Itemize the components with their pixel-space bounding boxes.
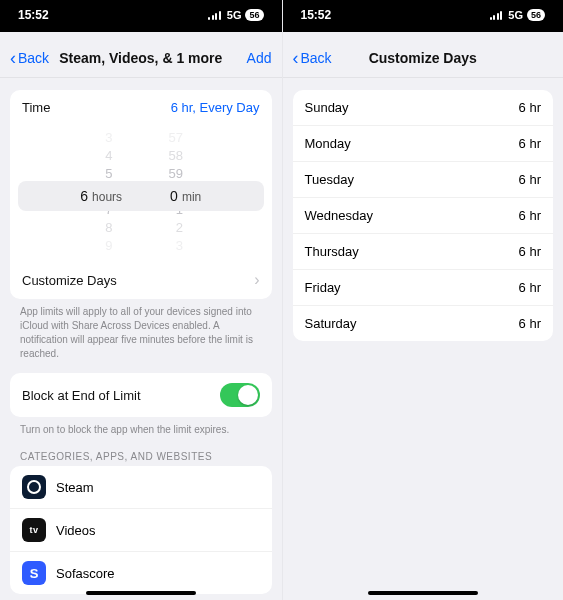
apps-card: SteamVideosSofascore <box>10 466 272 594</box>
screen-customize-days: 15:52 5G 56 ‹ Back Customize Days . Sund… <box>282 0 564 600</box>
battery-icon: 56 <box>245 9 263 21</box>
day-row[interactable]: Saturday6 hr <box>293 305 554 341</box>
day-label: Thursday <box>305 244 359 259</box>
day-value: 6 hr <box>519 316 541 331</box>
day-label: Sunday <box>305 100 349 115</box>
day-value: 6 hr <box>519 136 541 151</box>
sofa-icon <box>22 561 46 585</box>
day-value: 6 hr <box>519 208 541 223</box>
day-label: Monday <box>305 136 351 151</box>
day-label: Saturday <box>305 316 357 331</box>
back-button[interactable]: ‹ Back <box>293 50 332 66</box>
day-label: Tuesday <box>305 172 354 187</box>
videos-icon <box>22 518 46 542</box>
signal-icon <box>490 11 503 20</box>
time-card: Time 6 hr, Every Day 3 4 5 0 7 8 9 <box>10 90 272 299</box>
network-label: 5G <box>508 9 523 21</box>
home-indicator[interactable] <box>86 591 196 595</box>
block-card: Block at End of Limit <box>10 373 272 417</box>
day-row[interactable]: Friday6 hr <box>293 269 554 305</box>
app-name: Sofascore <box>56 566 115 581</box>
status-time: 15:52 <box>301 8 332 22</box>
battery-icon: 56 <box>527 9 545 21</box>
day-row[interactable]: Sunday6 hr <box>293 90 554 125</box>
steam-icon <box>22 475 46 499</box>
app-row-steam[interactable]: Steam <box>10 466 272 508</box>
day-row[interactable]: Thursday6 hr <box>293 233 554 269</box>
chevron-right-icon: › <box>254 271 259 289</box>
block-hint: Turn on to block the app when the limit … <box>10 417 272 437</box>
status-bar: 15:52 5G 56 <box>0 0 282 32</box>
day-value: 6 hr <box>519 100 541 115</box>
network-label: 5G <box>227 9 242 21</box>
app-name: Steam <box>56 480 94 495</box>
day-row[interactable]: Monday6 hr <box>293 125 554 161</box>
home-indicator[interactable] <box>368 591 478 595</box>
time-label: Time <box>22 100 50 115</box>
day-value: 6 hr <box>519 280 541 295</box>
time-value: 6 hr, Every Day <box>171 100 260 115</box>
nav-bar: ‹ Back Steam, Videos, & 1 more Add <box>0 38 282 78</box>
status-bar: 15:52 5G 56 <box>283 0 564 32</box>
signal-icon <box>208 11 221 20</box>
add-button[interactable]: Add <box>247 50 272 66</box>
day-value: 6 hr <box>519 244 541 259</box>
day-label: Friday <box>305 280 341 295</box>
footnote-text: App limits will apply to all of your dev… <box>10 299 272 361</box>
app-row-sofa[interactable]: Sofascore <box>10 551 272 594</box>
days-card: Sunday6 hrMonday6 hrTuesday6 hrWednesday… <box>293 90 554 341</box>
back-button[interactable]: ‹ Back <box>10 50 49 66</box>
block-toggle[interactable] <box>220 383 260 407</box>
app-name: Videos <box>56 523 96 538</box>
day-row[interactable]: Tuesday6 hr <box>293 161 554 197</box>
time-picker[interactable]: 3 4 5 0 7 8 9 57 58 59 0 <box>10 125 272 261</box>
app-row-videos[interactable]: Videos <box>10 508 272 551</box>
back-label: Back <box>18 50 49 66</box>
back-label: Back <box>301 50 332 66</box>
screen-app-limit: 15:52 5G 56 ‹ Back Steam, Videos, & 1 mo… <box>0 0 282 600</box>
picker-selection: 6hours 0min <box>18 181 264 211</box>
day-row[interactable]: Wednesday6 hr <box>293 197 554 233</box>
status-time: 15:52 <box>18 8 49 22</box>
customize-days-row[interactable]: Customize Days › <box>10 261 272 299</box>
day-value: 6 hr <box>519 172 541 187</box>
section-header: CATEGORIES, APPS, AND WEBSITES <box>10 437 272 466</box>
day-label: Wednesday <box>305 208 373 223</box>
nav-bar: ‹ Back Customize Days . <box>283 38 564 78</box>
block-label: Block at End of Limit <box>22 388 141 403</box>
